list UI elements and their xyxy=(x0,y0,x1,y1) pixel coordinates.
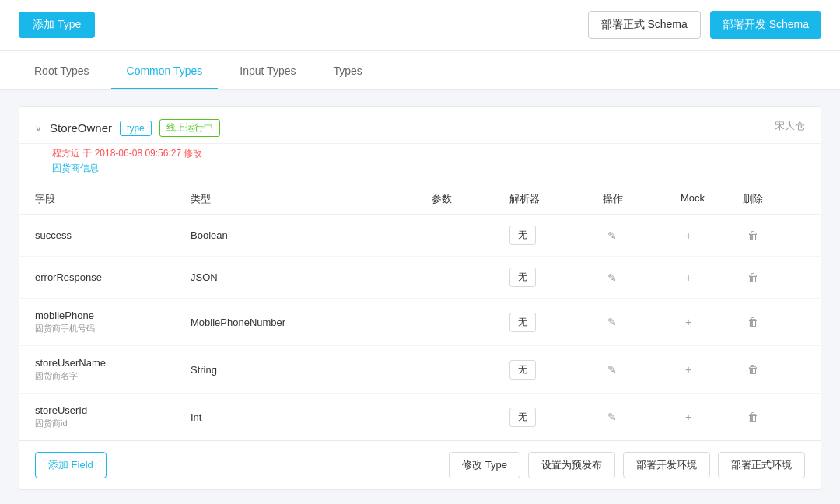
add-mock-button[interactable]: + xyxy=(681,314,696,330)
deploy-prod-env-button[interactable]: 部署正式环境 xyxy=(718,452,805,478)
col-operation: 操作 xyxy=(603,192,681,206)
deploy-dev-button[interactable]: 部署开发 Schema xyxy=(710,11,821,39)
badge-type: type xyxy=(120,121,152,136)
modify-type-button[interactable]: 修改 Type xyxy=(449,452,520,478)
field-name: errorResponse xyxy=(35,271,191,283)
collapse-icon[interactable]: ∨ xyxy=(35,123,42,134)
field-type: JSON xyxy=(191,271,432,283)
main-content: ∨ StoreOwner type 线上运行中 宋大仓 程方近 于 2018-0… xyxy=(0,90,840,504)
field-name: mobilePhone xyxy=(35,310,191,321)
edit-icon[interactable]: ✎ xyxy=(603,228,621,243)
mock-cell: + xyxy=(681,228,743,243)
resolver-cell: 无 xyxy=(509,226,603,245)
field-type: String xyxy=(191,364,432,376)
field-sub: 固货商名字 xyxy=(35,370,191,382)
delete-icon[interactable]: 🗑 xyxy=(743,314,763,330)
edit-icon[interactable]: ✎ xyxy=(603,314,621,330)
type-modified: 程方近 于 2018-06-08 09:56:27 修改 xyxy=(52,147,805,160)
tabs: Root Types Common Types Input Types Type… xyxy=(0,51,840,90)
resolver-wu-button[interactable]: 无 xyxy=(509,226,536,245)
table-row: storeUserName 固货商名字 String 无 ✎ + 🗑 xyxy=(19,346,821,394)
field-name: storeUserId xyxy=(35,404,191,416)
delete-cell: 🗑 xyxy=(743,362,805,377)
operation-cell: ✎ xyxy=(603,409,681,425)
table-row: storeUserId 固货商id Int 无 ✎ + 🗑 xyxy=(19,394,821,440)
resolver-wu-button[interactable]: 无 xyxy=(509,313,536,332)
tab-types[interactable]: Types xyxy=(317,51,377,89)
delete-icon[interactable]: 🗑 xyxy=(743,270,763,285)
delete-icon[interactable]: 🗑 xyxy=(743,228,763,243)
table-header: 字段 类型 参数 解析器 操作 Mock 删除 xyxy=(19,184,821,215)
add-mock-button[interactable]: + xyxy=(681,270,696,285)
field-name: success xyxy=(35,229,191,241)
delete-cell: 🗑 xyxy=(743,228,805,243)
add-mock-button[interactable]: + xyxy=(681,362,696,377)
field-type: MobilePhoneNumber xyxy=(191,317,432,328)
add-type-button[interactable]: 添加 Type xyxy=(19,12,95,38)
col-resolver: 解析器 xyxy=(509,192,603,206)
delete-icon[interactable]: 🗑 xyxy=(743,409,763,425)
table-rows: success Boolean 无 ✎ + 🗑 errorResponse JS xyxy=(19,215,821,440)
table-row: mobilePhone 固货商手机号码 MobilePhoneNumber 无 … xyxy=(19,299,821,346)
field-sub: 固货商id xyxy=(35,418,191,429)
set-pre-publish-button[interactable]: 设置为预发布 xyxy=(528,452,615,478)
edit-icon[interactable]: ✎ xyxy=(603,270,621,285)
add-mock-button[interactable]: + xyxy=(681,409,696,425)
field-sub: 固货商手机号码 xyxy=(35,323,191,334)
tab-root-types[interactable]: Root Types xyxy=(19,51,105,89)
type-author: 宋大仓 xyxy=(775,119,805,133)
type-card: ∨ StoreOwner type 线上运行中 宋大仓 程方近 于 2018-0… xyxy=(19,106,821,490)
type-header-left: ∨ StoreOwner type 线上运行中 xyxy=(35,119,220,137)
operation-cell: ✎ xyxy=(603,362,681,377)
bottom-bar: 添加 Field 修改 Type 设置为预发布 部署开发环境 部署正式环境 xyxy=(19,440,821,489)
col-delete: 删除 xyxy=(743,192,805,206)
mock-cell: + xyxy=(681,314,743,330)
bottom-bar-right: 修改 Type 设置为预发布 部署开发环境 部署正式环境 xyxy=(449,452,805,478)
mock-cell: + xyxy=(681,362,743,377)
badge-online: 线上运行中 xyxy=(159,119,220,137)
mock-cell: + xyxy=(681,409,743,425)
field-name-cell: storeUserName 固货商名字 xyxy=(35,357,191,382)
delete-cell: 🗑 xyxy=(743,270,805,285)
resolver-cell: 无 xyxy=(509,313,603,332)
operation-cell: ✎ xyxy=(603,270,681,285)
resolver-wu-button[interactable]: 无 xyxy=(509,268,536,287)
col-mock: Mock xyxy=(681,192,743,206)
top-bar-right: 部署正式 Schema 部署开发 Schema xyxy=(588,11,822,39)
type-header: ∨ StoreOwner type 线上运行中 宋大仓 xyxy=(19,107,821,144)
field-type: Int xyxy=(191,411,432,423)
operation-cell: ✎ xyxy=(603,228,681,243)
type-meta: 程方近 于 2018-06-08 09:56:27 修改 固货商信息 xyxy=(19,144,821,184)
mock-cell: + xyxy=(681,270,743,285)
field-name-cell: success xyxy=(35,229,191,241)
field-name-cell: errorResponse xyxy=(35,271,191,283)
add-field-button[interactable]: 添加 Field xyxy=(35,452,107,478)
field-type: Boolean xyxy=(191,229,432,241)
edit-icon[interactable]: ✎ xyxy=(603,362,621,377)
top-bar: 添加 Type 部署正式 Schema 部署开发 Schema xyxy=(0,0,840,51)
tab-common-types[interactable]: Common Types xyxy=(111,51,219,89)
resolver-cell: 无 xyxy=(509,268,603,287)
resolver-wu-button[interactable]: 无 xyxy=(509,360,536,380)
delete-icon[interactable]: 🗑 xyxy=(743,362,763,377)
field-name-cell: storeUserId 固货商id xyxy=(35,404,191,429)
table-row: success Boolean 无 ✎ + 🗑 xyxy=(19,215,821,257)
deploy-dev-env-button[interactable]: 部署开发环境 xyxy=(623,452,710,478)
edit-icon[interactable]: ✎ xyxy=(603,409,621,425)
resolver-wu-button[interactable]: 无 xyxy=(509,408,536,427)
resolver-cell: 无 xyxy=(509,360,603,380)
col-params: 参数 xyxy=(432,192,509,206)
col-type: 类型 xyxy=(191,192,432,206)
tab-input-types[interactable]: Input Types xyxy=(224,51,311,89)
deploy-prod-button[interactable]: 部署正式 Schema xyxy=(588,11,701,39)
type-description[interactable]: 固货商信息 xyxy=(52,162,805,175)
add-mock-button[interactable]: + xyxy=(681,228,696,243)
delete-cell: 🗑 xyxy=(743,409,805,425)
col-field: 字段 xyxy=(35,192,191,206)
resolver-cell: 无 xyxy=(509,408,603,427)
operation-cell: ✎ xyxy=(603,314,681,330)
field-name: storeUserName xyxy=(35,357,191,369)
table-row: errorResponse JSON 无 ✎ + 🗑 xyxy=(19,257,821,299)
field-name-cell: mobilePhone 固货商手机号码 xyxy=(35,310,191,334)
delete-cell: 🗑 xyxy=(743,314,805,330)
